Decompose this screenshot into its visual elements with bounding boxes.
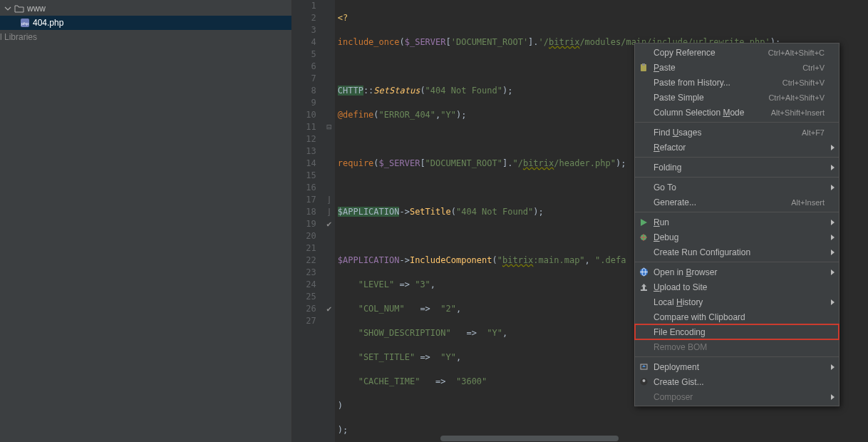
menu-item-label: Paste <box>653 63 802 73</box>
menu-item-shortcut: Alt+Insert <box>791 198 825 207</box>
menu-item-deployment[interactable]: Deployment <box>635 359 839 374</box>
gist-icon <box>638 376 649 388</box>
menu-item-paste-simple[interactable]: Paste SimpleCtrl+Alt+Shift+V <box>635 90 839 105</box>
svg-point-13 <box>642 379 645 382</box>
menu-item-label: Upload to Site <box>653 282 825 292</box>
menu-item-file-encoding[interactable]: File Encoding <box>635 324 839 339</box>
browser-icon <box>638 267 649 278</box>
line-number-gutter: 1 2 3 4 5 6 7 8 9 10 11 12 13 14 15 16 1… <box>292 0 324 442</box>
menu-item-open-in-browser[interactable]: Open in Browser <box>635 264 839 279</box>
menu-item-find-usages[interactable]: Find UsagesAlt+F7 <box>635 125 839 140</box>
tree-folder-label: www <box>27 4 46 14</box>
menu-item-debug[interactable]: Debug <box>635 230 839 245</box>
fold-end-icon: ⌋ <box>324 194 335 206</box>
menu-item-label: File Encoding <box>653 327 825 337</box>
submenu-arrow-icon <box>831 250 835 255</box>
tree-file-row[interactable]: php 404.php <box>0 16 291 30</box>
menu-item-run[interactable]: Run <box>635 215 839 230</box>
horizontal-scrollbar[interactable] <box>440 436 619 441</box>
menu-separator <box>635 177 839 178</box>
tree-libraries-label: l Libraries <box>0 32 37 42</box>
menu-item-label: Refactor <box>653 143 825 153</box>
menu-item-shortcut: Alt+F7 <box>802 128 825 137</box>
menu-item-paste[interactable]: PasteCtrl+V <box>635 60 839 75</box>
menu-separator <box>635 122 839 123</box>
menu-item-label: Run <box>653 217 825 227</box>
menu-separator <box>635 356 839 357</box>
submenu-arrow-icon <box>831 269 835 275</box>
context-menu: Copy ReferenceCtrl+Alt+Shift+CPasteCtrl+… <box>634 43 839 406</box>
menu-item-label: Copy Reference <box>653 48 768 58</box>
php-file-icon: php <box>20 18 30 28</box>
submenu-arrow-icon <box>831 235 835 240</box>
menu-item-local-history[interactable]: Local History <box>635 294 839 309</box>
menu-item-shortcut: Ctrl+V <box>802 63 825 72</box>
menu-separator <box>635 157 839 158</box>
menu-separator <box>635 212 839 212</box>
svg-rect-3 <box>642 63 645 66</box>
menu-item-shortcut: Ctrl+Shift+V <box>782 78 825 87</box>
menu-item-label: Paste from History... <box>653 78 782 88</box>
run-icon <box>638 217 649 228</box>
menu-item-folding[interactable]: Folding <box>635 160 839 175</box>
menu-item-create-gist[interactable]: Create Gist... <box>635 374 839 389</box>
menu-item-label: Compare with Clipboard <box>653 312 825 322</box>
submenu-arrow-icon <box>831 220 835 225</box>
menu-item-composer: Composer <box>635 389 839 404</box>
tree-folder-row[interactable]: www <box>0 1 291 16</box>
submenu-arrow-icon <box>831 165 835 170</box>
tree-file-label: 404.php <box>33 18 63 28</box>
checkmark-icon: ✔ <box>324 303 335 315</box>
menu-item-label: Remove BOM <box>653 342 825 352</box>
menu-item-generate[interactable]: Generate...Alt+Insert <box>635 195 839 210</box>
paste-icon <box>638 62 649 73</box>
menu-item-label: Paste Simple <box>653 93 768 103</box>
fold-gutter: ⊟ ⌋ ⌋ ✔ ✔ <box>324 0 335 442</box>
menu-item-label: Create Gist... <box>653 377 825 387</box>
menu-item-shortcut: Ctrl+Alt+Shift+C <box>768 48 825 57</box>
menu-item-label: Open in Browser <box>653 267 825 277</box>
menu-item-label: Generate... <box>653 197 791 207</box>
menu-item-label: Create Run Configuration <box>653 247 825 257</box>
project-tree: www php 404.php l Libraries <box>0 0 292 442</box>
svg-rect-10 <box>641 289 647 291</box>
menu-item-label: Deployment <box>653 362 825 372</box>
menu-item-paste-from-history[interactable]: Paste from History...Ctrl+Shift+V <box>635 75 839 90</box>
menu-separator <box>635 262 839 262</box>
menu-item-compare-with-clipboard[interactable]: Compare with Clipboard <box>635 309 839 324</box>
menu-item-label: Local History <box>653 297 825 307</box>
menu-item-label: Column Selection Mode <box>653 108 771 118</box>
menu-item-shortcut: Ctrl+Alt+Shift+V <box>768 93 825 102</box>
chevron-down-icon <box>4 5 11 12</box>
menu-item-upload-to-site[interactable]: Upload to Site <box>635 279 839 294</box>
menu-item-shortcut: Alt+Shift+Insert <box>771 108 825 117</box>
menu-item-label: Composer <box>653 392 825 402</box>
menu-item-column-selection-mode[interactable]: Column Selection ModeAlt+Shift+Insert <box>635 105 839 120</box>
menu-item-copy-reference[interactable]: Copy ReferenceCtrl+Alt+Shift+C <box>635 45 839 60</box>
menu-item-label: Folding <box>653 163 825 173</box>
debug-icon <box>638 232 649 243</box>
menu-item-label: Find Usages <box>653 128 802 138</box>
checkmark-icon: ✔ <box>324 218 335 230</box>
upload-icon <box>638 282 649 293</box>
submenu-arrow-icon <box>831 299 835 305</box>
submenu-arrow-icon <box>831 185 835 190</box>
menu-item-label: Debug <box>653 232 825 242</box>
submenu-arrow-icon <box>831 394 835 400</box>
menu-item-remove-bom: Remove BOM <box>635 339 839 354</box>
folder-icon <box>14 4 24 13</box>
menu-item-create-run-configuration[interactable]: Create Run Configuration <box>635 245 839 259</box>
tree-libraries-row[interactable]: l Libraries <box>0 30 291 44</box>
fold-minus-icon[interactable]: ⊟ <box>324 121 335 133</box>
menu-item-label: Go To <box>653 183 825 192</box>
submenu-arrow-icon <box>831 364 835 370</box>
fold-end-icon: ⌋ <box>324 206 335 218</box>
menu-item-go-to[interactable]: Go To <box>635 180 839 195</box>
deploy-icon <box>638 361 649 373</box>
submenu-arrow-icon <box>831 145 835 150</box>
svg-text:php: php <box>21 21 29 26</box>
menu-item-refactor[interactable]: Refactor <box>635 140 839 155</box>
